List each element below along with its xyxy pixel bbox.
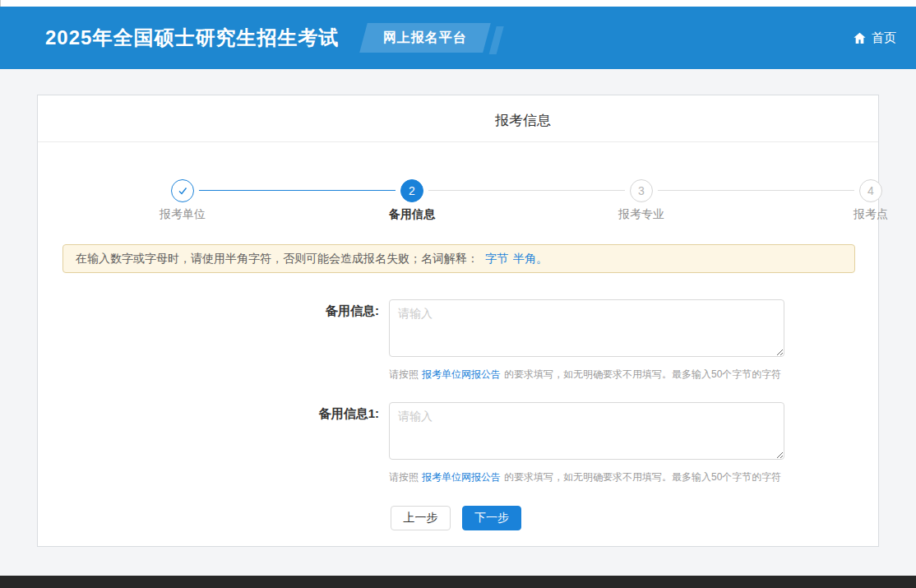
step-1-label: 报考单位: [125, 207, 240, 222]
notice-suffix: 。: [536, 252, 548, 266]
page-title: 报考信息: [453, 111, 593, 130]
registration-page: 2025年全国硕士研究生招生考试 网上报名平台 首页 报考信息 报考单位 2: [0, 0, 916, 588]
byte-definition-link[interactable]: 字节: [485, 252, 508, 266]
halfwidth-definition-link[interactable]: 半角: [513, 252, 536, 266]
backup-info-help: 请按照报考单位网报公告的要求填写，如无明确要求不用填写。最多输入50个字节的字符: [389, 368, 781, 382]
halfwidth-notice-banner: 在输入数字或字母时，请使用半角字符，否则可能会造成报名失败；名词解释： 字节 半…: [62, 244, 855, 273]
badge-accent-sliver: [489, 26, 504, 54]
step-2-label: 备用信息: [354, 207, 470, 222]
step-4-number: 4: [867, 184, 874, 197]
next-step-button[interactable]: 下一步: [462, 506, 521, 530]
app-header: 2025年全国硕士研究生招生考试 网上报名平台 首页: [0, 7, 916, 69]
previous-step-button[interactable]: 上一步: [391, 506, 451, 530]
unit-announcement-link[interactable]: 报考单位网报公告: [422, 471, 501, 483]
notice-text: 在输入数字或字母时，请使用半角字符，否则可能会造成报名失败；名词解释：: [76, 252, 479, 266]
step-2-number: 2: [409, 184, 415, 197]
home-link-label: 首页: [872, 30, 896, 46]
footer-bar: [0, 576, 916, 588]
step-connector-2: [428, 190, 625, 191]
step-3-number: 3: [638, 184, 645, 197]
step-connector-1: [199, 190, 396, 191]
step-4-label: 报考点: [813, 207, 916, 222]
step-2-circle: 2: [400, 179, 423, 202]
check-icon: [177, 185, 188, 197]
app-title: 2025年全国硕士研究生招生考试: [45, 25, 339, 51]
platform-badge-label: 网上报名平台: [383, 30, 467, 47]
step-3-circle: 3: [630, 179, 653, 202]
help-prefix: 请按照: [389, 471, 419, 483]
help-suffix: 的要求填写，如无明确要求不用填写。最多输入50个字节的字符: [504, 368, 781, 380]
backup-info-label: 备用信息:: [248, 303, 379, 319]
backup-info-textarea[interactable]: [389, 299, 784, 357]
step-connector-3: [658, 190, 854, 191]
top-strip: [0, 0, 916, 7]
step-1-circle: [171, 179, 194, 202]
unit-announcement-link[interactable]: 报考单位网报公告: [422, 368, 501, 380]
card-header: 报考信息: [38, 95, 878, 142]
home-link[interactable]: 首页: [853, 7, 896, 69]
backup-info1-label: 备用信息1:: [248, 406, 379, 422]
step-3-label: 报考专业: [584, 207, 699, 222]
help-suffix: 的要求填写，如无明确要求不用填写。最多输入50个字节的字符: [504, 471, 781, 483]
form-card: 报考信息 报考单位 2 备用信息 3 报考专业 4 报考点 在输入数字或字母时，…: [37, 95, 879, 547]
backup-info1-textarea[interactable]: [389, 402, 784, 460]
step-4-circle: 4: [859, 179, 882, 202]
home-icon: [853, 31, 867, 45]
platform-badge: 网上报名平台: [360, 23, 492, 53]
help-prefix: 请按照: [389, 368, 419, 380]
backup-info1-help: 请按照报考单位网报公告的要求填写，如无明确要求不用填写。最多输入50个字节的字符: [389, 470, 781, 484]
